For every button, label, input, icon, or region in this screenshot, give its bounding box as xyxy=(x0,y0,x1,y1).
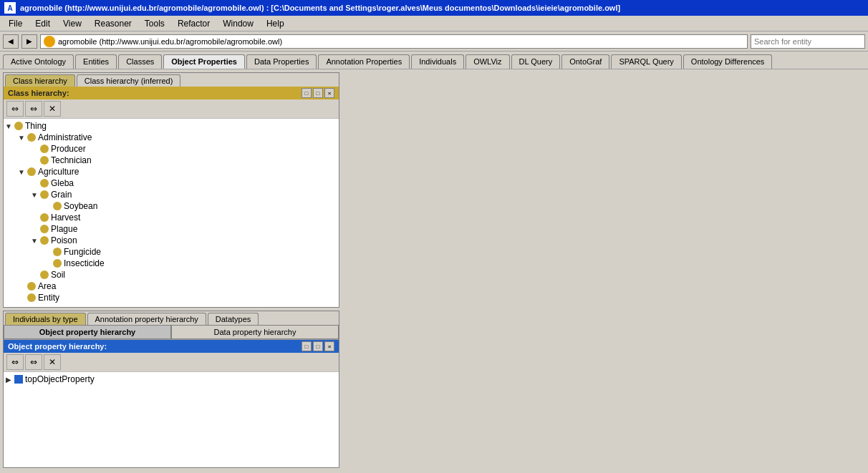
tab-class-hierarchy[interactable]: Class hierarchy xyxy=(5,74,75,87)
tab-data-property-hierarchy[interactable]: Data property hierarchy xyxy=(171,325,339,339)
op-delete-button[interactable]: ✕ xyxy=(44,354,61,370)
main-tab-dl-query[interactable]: DL Query xyxy=(511,54,561,69)
tab-annotation-property[interactable]: Annotation property hierarchy xyxy=(87,313,206,325)
tab-datatypes[interactable]: Datatypes xyxy=(208,313,259,325)
tree-node-agriculture[interactable]: ▼Agriculture xyxy=(5,166,337,177)
class-label: Agriculture xyxy=(38,167,79,177)
expand-button[interactable]: ▼ xyxy=(18,168,25,176)
close-icon[interactable]: × xyxy=(324,88,334,98)
content-area: Class hierarchy Class hierarchy (inferre… xyxy=(0,69,868,471)
menu-item-file[interactable]: File xyxy=(3,17,28,30)
tree-node-entity[interactable]: Entity xyxy=(5,292,337,303)
expand-button[interactable]: ▼ xyxy=(5,122,12,130)
class-label: Administrative xyxy=(38,132,92,142)
tree-node-producer[interactable]: Producer xyxy=(5,143,337,155)
tree-node-technician[interactable]: Technician xyxy=(5,155,337,166)
main-tab-ontograf[interactable]: OntoGraf xyxy=(561,54,609,69)
class-label: Soil xyxy=(51,270,65,280)
tab-class-hierarchy-inferred[interactable]: Class hierarchy (inferred) xyxy=(77,74,180,87)
tree-node-poison[interactable]: ▼Poison xyxy=(5,235,337,246)
class-panel-toolbar: ⇔ ⇔ ✕ xyxy=(4,99,339,119)
menu-item-tools[interactable]: Tools xyxy=(139,17,170,30)
add-sibling-button[interactable]: ⇔ xyxy=(25,101,42,117)
object-property-panel-header: Object property hierarchy: □ □ × xyxy=(4,340,339,353)
forward-button[interactable]: ▶ xyxy=(21,34,37,49)
class-label: Harvest xyxy=(51,213,80,223)
tree-node-fungicide[interactable]: Fungicide xyxy=(5,246,337,258)
bottom-panel-tabs: Individuals by type Annotation property … xyxy=(4,311,339,325)
delete-class-button[interactable]: ✕ xyxy=(44,101,61,117)
main-tab-object-properties[interactable]: Object Properties xyxy=(163,54,245,69)
class-icon xyxy=(14,122,23,130)
tab-object-property-hierarchy[interactable]: Object property hierarchy xyxy=(4,325,171,339)
tree-node-thing[interactable]: ▼Thing xyxy=(5,120,337,132)
tree-node-gleba[interactable]: Gleba xyxy=(5,177,337,189)
class-label: Technician xyxy=(51,155,92,165)
op-label: topObjectProperty xyxy=(25,374,95,384)
op-add-sub-button[interactable]: ⇔ xyxy=(25,354,42,370)
main-tab-ontology-differences[interactable]: Ontology Differences xyxy=(683,54,773,69)
main-tab-annotation-properties[interactable]: Annotation Properties xyxy=(318,54,410,69)
tree-node-harvest[interactable]: Harvest xyxy=(5,212,337,223)
object-property-tree[interactable]: ▶topObjectProperty xyxy=(4,372,339,467)
op-tree-node-topobjectproperty[interactable]: ▶topObjectProperty xyxy=(5,374,337,385)
menu-item-edit[interactable]: Edit xyxy=(29,17,56,30)
tree-node-soybean[interactable]: Soybean xyxy=(5,200,337,212)
maximize-icon[interactable]: □ xyxy=(313,88,323,98)
tree-node-grain[interactable]: ▼Grain xyxy=(5,189,337,200)
main-tab-sparql-query[interactable]: SPARQL Query xyxy=(611,54,681,69)
op-close-icon[interactable]: × xyxy=(324,341,334,351)
class-tree[interactable]: ▼Thing▼AdministrativeProducerTechnician▼… xyxy=(4,119,339,307)
main-tab-owlviz[interactable]: OWLViz xyxy=(466,54,509,69)
inner-tabs-row: Object property hierarchy Data property … xyxy=(4,325,339,340)
main-tab-data-properties[interactable]: Data Properties xyxy=(246,54,317,69)
class-label: Entity xyxy=(38,293,59,303)
tree-node-soil[interactable]: Soil xyxy=(5,269,337,281)
back-button[interactable]: ◀ xyxy=(3,34,19,49)
class-icon xyxy=(53,202,62,210)
minimize-icon[interactable]: □ xyxy=(302,88,312,98)
url-text: agromobile (http://www.unijui.edu.br/agr… xyxy=(58,37,282,46)
class-icon xyxy=(27,293,36,302)
expand-button[interactable]: ▼ xyxy=(18,134,25,142)
menu-item-refactor[interactable]: Refactor xyxy=(172,17,216,30)
search-input[interactable] xyxy=(751,34,865,49)
main-tab-individuals[interactable]: Individuals xyxy=(411,54,464,69)
class-label: Thing xyxy=(25,121,47,131)
url-display: agromobile (http://www.unijui.edu.br/agr… xyxy=(40,34,748,49)
main-tab-classes[interactable]: Classes xyxy=(118,54,162,69)
title-text: agromobile (http://www.unijui.edu.br/agr… xyxy=(20,4,620,12)
tree-node-plague[interactable]: Plague xyxy=(5,223,337,235)
class-icon xyxy=(40,225,49,233)
expand-button[interactable]: ▼ xyxy=(31,191,38,199)
main-tab-entities[interactable]: Entities xyxy=(75,54,117,69)
class-label: Soybean xyxy=(64,201,97,211)
expand-button[interactable]: ▶ xyxy=(5,376,12,384)
expand-button[interactable]: ▼ xyxy=(31,237,38,245)
class-icon xyxy=(40,270,49,279)
tab-individuals-by-type[interactable]: Individuals by type xyxy=(5,313,86,325)
class-icon xyxy=(40,213,49,222)
add-subclass-button[interactable]: ⇔ xyxy=(6,101,24,117)
main-tab-active-ontology[interactable]: Active Ontology xyxy=(3,54,74,69)
tree-node-area[interactable]: Area xyxy=(5,281,337,292)
menu-item-view[interactable]: View xyxy=(57,17,87,30)
class-icon xyxy=(40,236,49,245)
class-label: Fungicide xyxy=(64,247,101,257)
object-property-panel-label: Object property hierarchy: xyxy=(8,342,107,351)
menu-item-reasoner[interactable]: Reasoner xyxy=(89,17,138,30)
right-panel xyxy=(342,69,868,471)
op-minimize-icon[interactable]: □ xyxy=(302,341,312,351)
main-tabs: Active OntologyEntitiesClassesObject Pro… xyxy=(0,52,868,69)
menu-item-help[interactable]: Help xyxy=(261,17,290,30)
menu-item-window[interactable]: Window xyxy=(217,17,259,30)
op-maximize-icon[interactable]: □ xyxy=(313,341,323,351)
tree-node-administrative[interactable]: ▼Administrative xyxy=(5,132,337,143)
url-icon xyxy=(44,36,55,47)
tree-node-insecticide[interactable]: Insecticide xyxy=(5,258,337,269)
app-icon: A xyxy=(4,2,16,14)
class-icon xyxy=(27,133,36,142)
class-icon xyxy=(40,190,49,199)
class-label: Gleba xyxy=(51,178,74,188)
op-add-button[interactable]: ⇔ xyxy=(6,354,24,370)
